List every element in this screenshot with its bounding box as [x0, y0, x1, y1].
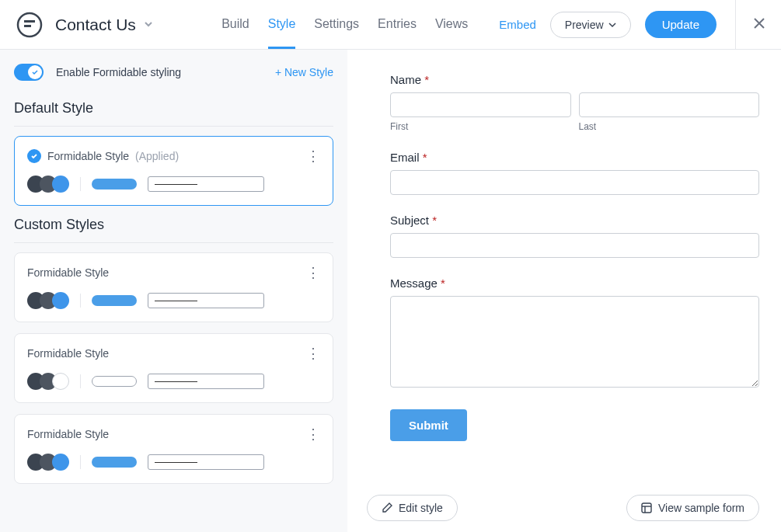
subject-input[interactable]	[390, 233, 759, 258]
divider	[80, 177, 81, 191]
swatch	[52, 292, 69, 309]
color-swatches	[27, 454, 69, 471]
app-logo-icon	[16, 11, 44, 39]
tab-views[interactable]: Views	[435, 17, 468, 49]
main: Enable Formidable styling + New Style De…	[0, 50, 781, 532]
more-icon[interactable]: ⋮	[306, 346, 320, 360]
field-subject: Subject *	[390, 214, 759, 258]
embed-link[interactable]: Embed	[499, 18, 536, 31]
tab-style[interactable]: Style	[268, 17, 296, 49]
view-sample-button[interactable]: View sample form	[626, 495, 759, 521]
toggle-row: Enable Formidable styling + New Style	[14, 64, 333, 81]
swatch	[52, 176, 69, 193]
input-preview	[148, 374, 264, 389]
form-preview: Name * First Last Email * Subject *	[347, 50, 781, 532]
more-icon[interactable]: ⋮	[306, 266, 320, 280]
message-label: Message *	[390, 276, 759, 290]
toggle-knob	[28, 65, 42, 79]
swatch	[52, 454, 69, 471]
name-label: Name *	[390, 73, 759, 86]
email-label: Email *	[390, 151, 759, 164]
tab-build[interactable]: Build	[221, 17, 249, 49]
style-card-title: Formidable Style (Applied)	[27, 149, 179, 163]
divider	[14, 126, 333, 127]
style-card-default[interactable]: Formidable Style (Applied) ⋮	[14, 136, 333, 206]
check-icon	[27, 149, 41, 163]
input-preview	[148, 293, 264, 308]
divider	[80, 374, 81, 388]
svg-rect-2	[24, 25, 31, 27]
name-row: First Last	[390, 92, 759, 132]
swatch	[52, 373, 69, 390]
close-icon[interactable]	[753, 16, 765, 33]
tab-entries[interactable]: Entries	[378, 17, 417, 49]
form-title[interactable]: Contact Us	[55, 16, 136, 34]
message-input[interactable]	[390, 296, 759, 388]
input-preview	[148, 454, 264, 470]
more-icon[interactable]: ⋮	[306, 149, 320, 163]
first-name-col: First	[390, 92, 571, 132]
header: Contact Us Build Style Settings Entries …	[0, 0, 781, 50]
toggle-left: Enable Formidable styling	[14, 64, 181, 81]
email-input[interactable]	[390, 170, 759, 195]
new-style-link[interactable]: + New Style	[275, 66, 333, 78]
field-name: Name * First Last	[390, 73, 759, 132]
style-name: Formidable Style	[27, 347, 109, 360]
first-sublabel: First	[390, 121, 571, 132]
footer-actions: Edit style View sample form	[367, 495, 759, 521]
style-card-header: Formidable Style ⋮	[27, 427, 320, 441]
style-card[interactable]: Formidable Style ⋮	[14, 252, 333, 322]
svg-rect-3	[642, 503, 651, 513]
style-name: Formidable Style	[27, 266, 109, 279]
sidebar: Enable Formidable styling + New Style De…	[0, 50, 347, 532]
style-card[interactable]: Formidable Style ⋮	[14, 333, 333, 403]
required-mark: *	[424, 73, 429, 86]
divider	[14, 242, 333, 243]
preview-button-label: Preview	[565, 19, 604, 31]
style-applied-label: (Applied)	[135, 150, 179, 162]
style-card-header: Formidable Style ⋮	[27, 346, 320, 360]
subject-label: Subject *	[390, 214, 759, 227]
last-sublabel: Last	[579, 121, 760, 132]
button-preview	[92, 179, 137, 190]
first-name-input[interactable]	[390, 92, 571, 117]
svg-rect-1	[24, 20, 35, 23]
style-card-header: Formidable Style (Applied) ⋮	[27, 149, 320, 163]
color-swatches	[27, 176, 69, 193]
edit-style-button[interactable]: Edit style	[367, 495, 458, 521]
plus-icon: +	[275, 66, 284, 78]
more-icon[interactable]: ⋮	[306, 427, 320, 441]
close-section	[735, 0, 765, 50]
nav-tabs: Build Style Settings Entries Views	[221, 17, 468, 33]
required-mark: *	[432, 214, 437, 227]
layout-icon	[641, 502, 652, 513]
toggle-label: Enable Formidable styling	[56, 66, 181, 78]
style-preview	[27, 373, 320, 390]
chevron-down-icon[interactable]	[144, 19, 153, 31]
divider	[80, 294, 81, 308]
field-message: Message *	[390, 276, 759, 391]
style-name: Formidable Style	[27, 428, 109, 440]
style-preview	[27, 176, 320, 193]
required-mark: *	[441, 276, 445, 290]
style-preview	[27, 454, 320, 471]
style-card[interactable]: Formidable Style ⋮	[14, 414, 333, 484]
tab-settings[interactable]: Settings	[314, 17, 359, 49]
preview-button[interactable]: Preview	[550, 12, 631, 38]
header-actions: Embed Preview Update	[499, 0, 765, 50]
submit-button[interactable]: Submit	[390, 409, 467, 441]
last-name-col: Last	[579, 92, 760, 132]
styling-toggle[interactable]	[14, 64, 44, 81]
button-preview	[92, 376, 137, 387]
color-swatches	[27, 373, 69, 390]
pencil-icon	[382, 502, 392, 513]
default-style-heading: Default Style	[14, 100, 333, 116]
style-card-header: Formidable Style ⋮	[27, 266, 320, 280]
style-name: Formidable Style	[47, 150, 129, 162]
color-swatches	[27, 292, 69, 309]
button-preview	[92, 457, 137, 468]
button-preview	[92, 295, 137, 306]
update-button[interactable]: Update	[645, 11, 716, 38]
last-name-input[interactable]	[579, 92, 760, 117]
field-email: Email *	[390, 151, 759, 195]
